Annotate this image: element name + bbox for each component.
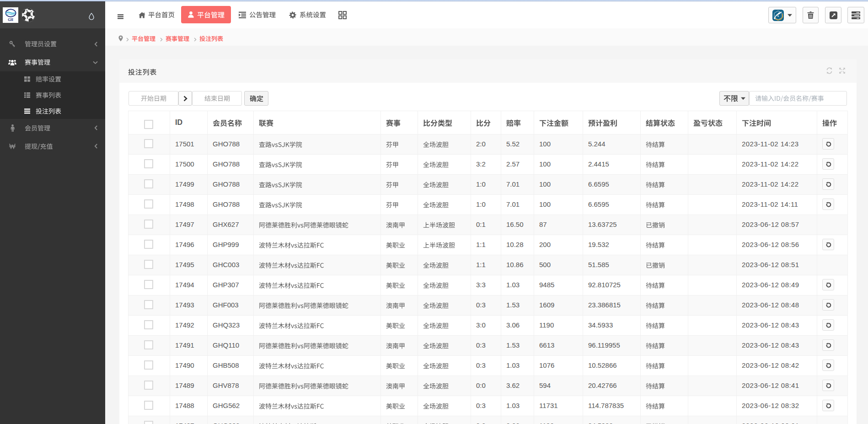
svg-text:GH: GH (8, 18, 13, 22)
